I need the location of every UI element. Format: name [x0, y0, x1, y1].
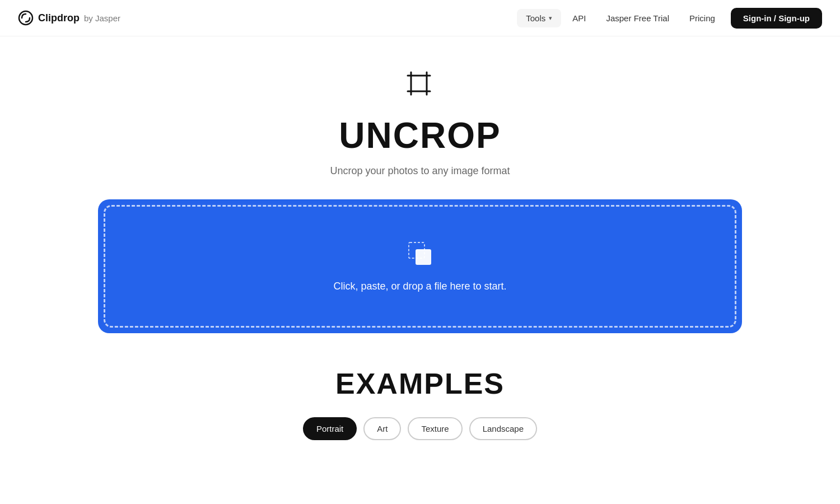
- jasper-trial-link[interactable]: Jasper Free Trial: [597, 9, 678, 27]
- svg-rect-11: [416, 249, 431, 265]
- hero-subtitle: Uncrop your photos to any image format: [330, 165, 510, 177]
- svg-rect-1: [411, 76, 427, 91]
- dropzone-wrapper: Click, paste, or drop a file here to sta…: [98, 199, 742, 333]
- logo-by-text: by Jasper: [84, 13, 120, 23]
- nav-links: Tools ▾ API Jasper Free Trial Pricing Si…: [517, 8, 822, 29]
- pricing-link[interactable]: Pricing: [680, 9, 724, 27]
- dropzone[interactable]: Click, paste, or drop a file here to sta…: [104, 205, 736, 328]
- examples-section: EXAMPLES PortraitArtTextureLandscape: [0, 367, 840, 463]
- svg-point-0: [19, 11, 32, 25]
- dropzone-text: Click, paste, or drop a file here to sta…: [333, 281, 506, 292]
- navbar: Clipdrop by Jasper Tools ▾ API Jasper Fr…: [0, 0, 840, 36]
- clipdrop-logo-icon: [18, 10, 34, 26]
- api-link[interactable]: API: [563, 9, 595, 27]
- tools-label: Tools: [526, 13, 545, 23]
- chevron-down-icon: ▾: [549, 15, 552, 22]
- filter-btn-art[interactable]: Art: [363, 417, 401, 440]
- hero-icon: [405, 70, 435, 101]
- logo-text: Clipdrop: [38, 12, 80, 24]
- logo-link[interactable]: Clipdrop by Jasper: [18, 10, 120, 26]
- page-title: UNCROP: [339, 115, 501, 156]
- signin-button[interactable]: Sign-in / Sign-up: [731, 8, 822, 29]
- tools-button[interactable]: Tools ▾: [517, 9, 561, 27]
- main-content: UNCROP Uncrop your photos to any image f…: [0, 36, 840, 463]
- examples-title: EXAMPLES: [335, 367, 505, 400]
- filter-btn-texture[interactable]: Texture: [408, 417, 462, 440]
- examples-filters: PortraitArtTextureLandscape: [303, 417, 537, 440]
- filter-btn-portrait[interactable]: Portrait: [303, 417, 357, 440]
- drag-icon: [407, 240, 433, 269]
- filter-btn-landscape[interactable]: Landscape: [469, 417, 537, 440]
